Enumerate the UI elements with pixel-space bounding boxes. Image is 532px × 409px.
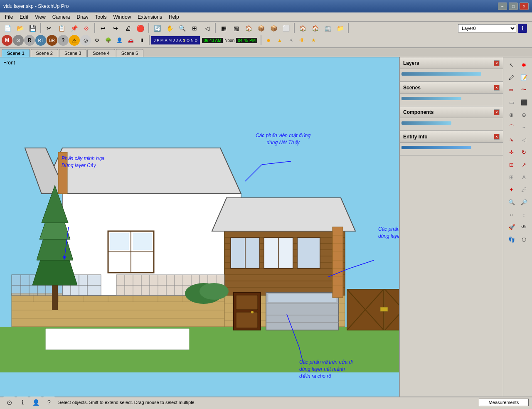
- group-btn[interactable]: ⬜: [280, 22, 292, 34]
- erase-button[interactable]: ⊘: [81, 22, 92, 34]
- cut-button[interactable]: ✂: [43, 22, 55, 34]
- scenes-header[interactable]: Scenes ×: [400, 82, 503, 94]
- layer-info-button[interactable]: ℹ: [518, 24, 527, 33]
- tool-gear[interactable]: ⚙: [91, 35, 102, 46]
- layers-close[interactable]: ×: [494, 60, 500, 66]
- menu-window[interactable]: Window: [110, 13, 135, 21]
- menu-view[interactable]: View: [32, 13, 49, 21]
- viewport[interactable]: Front: [0, 57, 399, 397]
- scene-tab-3[interactable]: Scene 3: [59, 49, 86, 57]
- tool-m[interactable]: M: [2, 35, 12, 46]
- tool-br[interactable]: BR: [47, 35, 57, 46]
- pencil-tool[interactable]: ✏: [506, 84, 517, 96]
- layer-select[interactable]: Layer0: [458, 24, 516, 32]
- menu-file[interactable]: File: [2, 13, 16, 21]
- tool-r[interactable]: R: [24, 35, 35, 46]
- tape-tool[interactable]: ⊞: [506, 171, 517, 183]
- section-button[interactable]: ▦: [218, 22, 229, 34]
- building-btn[interactable]: 🏢: [322, 22, 333, 34]
- menu-help[interactable]: Help: [165, 13, 182, 21]
- entity-info-close[interactable]: ×: [494, 134, 500, 140]
- status-info-btn[interactable]: ⊙: [3, 397, 15, 408]
- curve-tool[interactable]: 〜: [518, 84, 530, 96]
- month-f[interactable]: F: [157, 38, 160, 42]
- tool-arrow-up[interactable]: ▲: [274, 35, 285, 46]
- view3d-button[interactable]: 🏠: [243, 22, 254, 34]
- maximize-button[interactable]: □: [509, 2, 518, 10]
- scene-tab-5[interactable]: Scene 5: [116, 49, 143, 57]
- month-m2[interactable]: M: [169, 38, 172, 42]
- home-btn[interactable]: 🏠: [297, 22, 308, 34]
- scene-tab-4[interactable]: Scene 4: [87, 49, 115, 57]
- month-d[interactable]: D: [195, 38, 198, 42]
- new-button[interactable]: 📄: [2, 22, 13, 34]
- scene-tab-1[interactable]: Scene 1: [2, 49, 30, 57]
- menu-extensions[interactable]: Extensions: [134, 13, 165, 21]
- menu-tools[interactable]: Tools: [92, 13, 110, 21]
- lookaround-tool[interactable]: 👁: [518, 221, 530, 233]
- offset-tool[interactable]: ⊖: [518, 109, 530, 121]
- component-btn[interactable]: 📦: [255, 22, 267, 34]
- position-tool[interactable]: 👣: [506, 234, 517, 245]
- measurements-box[interactable]: Measurements: [479, 399, 529, 406]
- copy-button[interactable]: 📋: [56, 22, 67, 34]
- section2-tool[interactable]: 🚀: [506, 221, 517, 233]
- tool-car[interactable]: 🚗: [125, 35, 136, 46]
- walk-tool[interactable]: ↕: [518, 209, 530, 220]
- text-tool[interactable]: A: [518, 171, 530, 183]
- tool-pause[interactable]: ⏸: [136, 35, 147, 46]
- plane-tool[interactable]: ⬡: [518, 234, 530, 245]
- redo-button[interactable]: ↪: [110, 22, 121, 34]
- components-close[interactable]: ×: [494, 109, 500, 115]
- scale-tool[interactable]: ⊡: [506, 159, 517, 170]
- components-header[interactable]: Components ×: [400, 106, 503, 118]
- tool-person[interactable]: 👤: [114, 35, 125, 46]
- zoom2-tool[interactable]: 🔍: [506, 196, 517, 208]
- minimize-button[interactable]: −: [498, 2, 507, 10]
- paint-tool[interactable]: 🖊: [506, 71, 517, 83]
- status-warn-btn[interactable]: ℹ: [17, 397, 28, 408]
- scene-tab-2[interactable]: Scene 2: [31, 49, 58, 57]
- folder-btn[interactable]: 📁: [334, 22, 346, 34]
- menu-edit[interactable]: Edit: [16, 13, 32, 21]
- status-help-btn[interactable]: ?: [43, 397, 55, 408]
- section2-button[interactable]: ▧: [230, 22, 242, 34]
- close-button[interactable]: ×: [520, 2, 529, 10]
- orbit2-tool[interactable]: ↔: [506, 209, 517, 220]
- model-info-button[interactable]: 🔴: [135, 22, 146, 34]
- month-n[interactable]: N: [191, 38, 194, 42]
- status-user-btn[interactable]: 👤: [30, 397, 42, 408]
- follow-tool[interactable]: ↗: [518, 159, 530, 170]
- eraser2-tool[interactable]: ◁: [518, 134, 530, 145]
- angle-tool[interactable]: 🖊: [518, 184, 530, 195]
- month-j3[interactable]: J: [176, 38, 178, 42]
- zoom-button[interactable]: 🔍: [176, 22, 188, 34]
- tool-rt[interactable]: RT: [35, 35, 46, 46]
- month-a1[interactable]: A: [165, 38, 167, 42]
- scenes-close[interactable]: ×: [494, 85, 500, 91]
- knife-tool[interactable]: ⌁: [518, 121, 530, 133]
- dim-tool[interactable]: ✦: [506, 184, 517, 195]
- zoom-extents-button[interactable]: ⊞: [189, 22, 200, 34]
- paint2-tool[interactable]: 📝: [518, 71, 530, 83]
- undo-button[interactable]: ↩: [97, 22, 109, 34]
- move-tool[interactable]: ✛: [506, 146, 517, 158]
- prev-view-button[interactable]: ◁: [201, 22, 213, 34]
- pan-button[interactable]: ✋: [164, 22, 175, 34]
- house-btn[interactable]: 🏠: [309, 22, 321, 34]
- lasso-tool[interactable]: ✱: [518, 59, 530, 71]
- month-a2[interactable]: A: [179, 38, 182, 42]
- select-tool[interactable]: ↖: [506, 59, 517, 71]
- tool-sun[interactable]: ☀: [286, 35, 296, 46]
- month-m1[interactable]: M: [160, 38, 164, 42]
- tool-dial[interactable]: ◎: [80, 35, 91, 46]
- month-j1[interactable]: J: [154, 38, 156, 42]
- print-button[interactable]: 🖨: [122, 22, 134, 34]
- rotate-tool[interactable]: ↻: [518, 146, 530, 158]
- tool-star[interactable]: ★: [308, 35, 319, 46]
- tool-sphere[interactable]: ●: [263, 35, 274, 46]
- freehand-tool[interactable]: ∿: [506, 134, 517, 145]
- month-s[interactable]: S: [183, 38, 185, 42]
- arc-tool[interactable]: ⌒: [506, 121, 517, 133]
- rect-tool[interactable]: ▭: [506, 96, 517, 108]
